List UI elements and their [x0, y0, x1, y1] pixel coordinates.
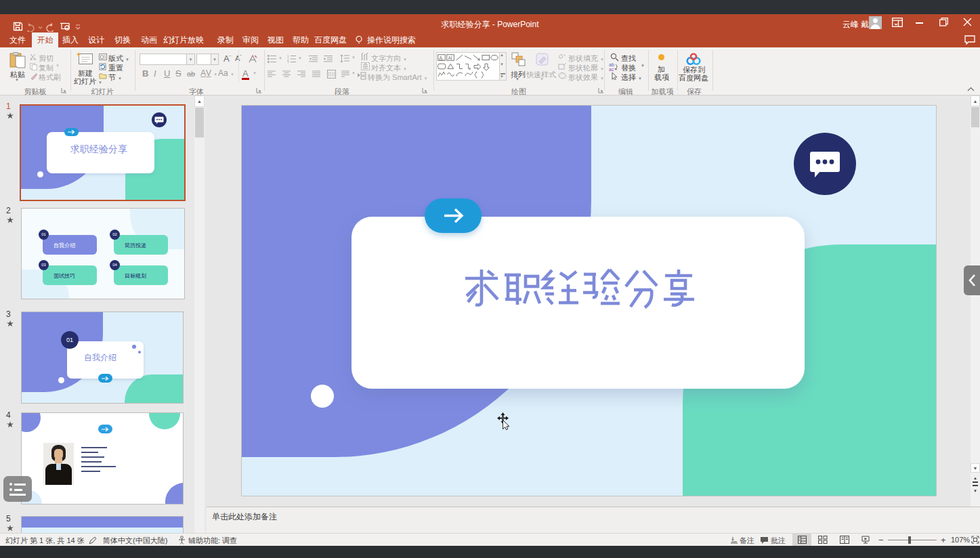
svg-text:ac: ac — [609, 67, 614, 71]
svg-text:ab: ab — [609, 62, 614, 67]
svg-text:3: 3 — [287, 61, 289, 64]
svg-text:A: A — [448, 56, 451, 60]
